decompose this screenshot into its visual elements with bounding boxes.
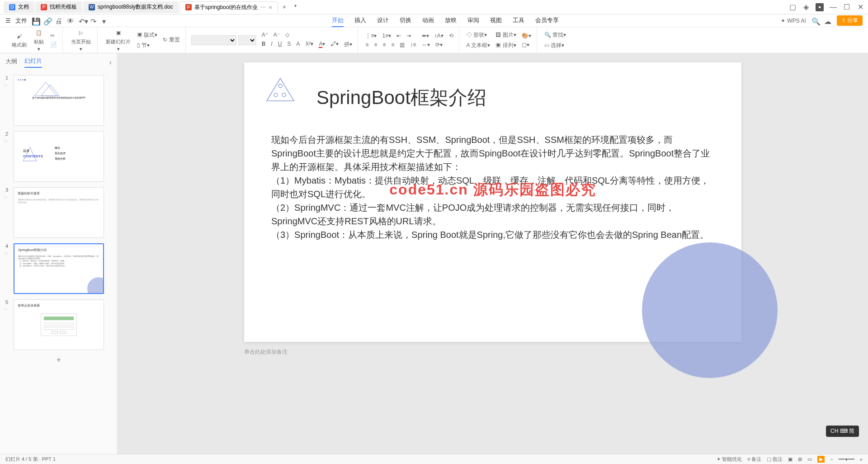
file-menu[interactable]: 文件 [15,17,27,25]
view-slideshow-icon[interactable]: ▶ [817,456,825,463]
align-center-icon[interactable]: ≡ [372,41,379,49]
star-icon[interactable]: ☆ [4,251,10,256]
start-from-button[interactable]: ▷当页开始▾ [68,27,94,54]
collapse-icon[interactable]: ‹ [109,58,112,66]
status-notes-button[interactable]: ≡ 备注 [747,456,761,463]
avatar-icon[interactable]: ▪ [816,3,824,11]
find-button[interactable]: 🔍 查找▾ [542,30,568,40]
zoom-slider[interactable]: ━━●━━ [839,456,854,462]
align-left-icon[interactable]: ≡ [363,41,370,49]
decrease-font-icon[interactable]: A⁻ [272,31,282,39]
increase-font-icon[interactable]: A⁺ [260,31,270,39]
slide-thumbnail-4-active[interactable]: SpringBoot框架介绍 现如今后台开源框架主流的有SSH、SSM、Spri… [14,243,104,294]
font-size-select[interactable] [238,35,256,45]
window-icon[interactable]: ▢ [788,3,797,11]
cloud-icon[interactable]: ☁ [824,17,831,24]
status-comments-button[interactable]: ▢ 批注 [767,456,783,463]
strikethrough-icon[interactable]: S [285,40,292,49]
tab-menu-icon[interactable]: ⋯ [260,4,266,10]
slide-thumbnail-2[interactable]: 目录 CONTENTS 绪论相关技术系统分析 [14,131,104,182]
convert-icon[interactable]: ⟲ [447,32,455,40]
ribbon-tab-start[interactable]: 开始 [332,14,344,27]
fill-icon[interactable]: 🎨▾ [520,32,533,40]
add-tab-button[interactable]: + [279,1,290,13]
font-color-icon[interactable]: A▾ [317,40,327,49]
more-icon[interactable]: ▾ [102,17,109,24]
ribbon-tab-review[interactable]: 审阅 [467,14,479,27]
italic-icon[interactable]: I [269,40,274,49]
pinyin-icon[interactable]: 拼▾ [342,40,354,49]
numbering-icon[interactable]: 1≡▾ [380,32,393,40]
wps-ai-button[interactable]: ✦ WPS AI [781,18,806,24]
zoom-in-icon[interactable]: + [860,457,863,462]
sidebar-tab-slides[interactable]: 幻灯片 [24,57,42,68]
text-direction-icon[interactable]: ⬌▾ [420,32,431,40]
align-justify-icon[interactable]: ≡ [389,41,396,49]
slide-canvas[interactable]: SpringBoot框架介绍 现如今后台开源框架主流的有SSH、SSM、Spri… [118,53,868,454]
tab-template[interactable]: P 找稻壳模板 [35,1,82,13]
clear-format-icon[interactable]: ◇ [283,31,291,39]
maximize-icon[interactable]: ☐ [843,3,851,11]
section-button[interactable]: ▯ 节▾ [135,41,159,50]
new-slide-button[interactable]: ▣新建幻灯片▾ [103,27,133,54]
cut-icon[interactable]: ✂ [48,32,59,40]
close-window-icon[interactable]: ✕ [856,3,864,11]
align-right-icon[interactable]: ≡ [381,41,387,49]
save-icon[interactable]: 💾 [32,17,39,24]
ribbon-tab-design[interactable]: 设计 [377,14,389,27]
spacing-icon[interactable]: ↔▾ [420,41,432,49]
slide-title[interactable]: SpringBoot框架介绍 [316,85,714,110]
view-normal-icon[interactable]: ▣ [788,456,793,462]
ribbon-tab-transition[interactable]: 切换 [400,14,411,27]
select-button[interactable]: ▭ 选择▾ [542,41,568,50]
shadow-icon[interactable]: A [294,40,302,49]
link-icon[interactable]: 🔗 [43,17,51,24]
arrange-button[interactable]: ▣ 排列▾ [494,41,518,50]
slide-thumbnail-5[interactable]: 管理员登录界面 [14,299,104,350]
close-icon[interactable]: ✕ [269,5,272,10]
tab-docs[interactable]: D 文档 [4,1,34,13]
copy-icon[interactable]: 📄 [48,41,59,49]
star-icon[interactable]: ☆ [4,307,10,312]
rotate-icon[interactable]: ⟳▾ [434,41,444,49]
superscript-icon[interactable]: X²▾ [303,40,315,49]
ribbon-tab-insert[interactable]: 插入 [354,14,366,27]
ime-indicator[interactable]: CH ⌨ 简 [826,426,859,437]
current-slide[interactable]: SpringBoot框架介绍 现如今后台开源框架主流的有SSH、SSM、Spri… [244,62,741,342]
undo-icon[interactable]: ↶▾ [79,17,86,24]
zoom-out-icon[interactable]: − [830,457,833,462]
ribbon-tab-view[interactable]: 视图 [490,14,502,27]
sidebar-tab-outline[interactable]: 大纲 [5,57,17,67]
ribbon-tab-member[interactable]: 会员专享 [535,14,559,27]
minimize-icon[interactable]: — [829,3,837,11]
increase-indent-icon[interactable]: ⇥ [405,32,413,40]
cube-icon[interactable]: ◈ [802,3,810,11]
tab-menu-dropdown[interactable]: ▾ [291,1,300,13]
format-painter-button[interactable]: 🖌格式刷 [9,30,29,50]
font-family-select[interactable] [191,35,236,45]
print-icon[interactable]: 🖨 [55,17,62,24]
line-spacing-icon[interactable]: ↕≡ [408,41,418,49]
preview-icon[interactable]: 👁 [67,17,74,24]
picture-button[interactable]: 🖼 图片▾ [494,30,518,40]
reset-button[interactable]: ↻ 重置 [161,35,181,45]
star-icon[interactable]: ☆ [4,138,10,143]
star-icon[interactable]: ☆ [4,82,10,87]
search-icon[interactable]: 🔍 [811,17,819,24]
share-button[interactable]: ⇪ 分享 [837,15,863,26]
columns-icon[interactable]: ▥ [398,41,406,49]
slide-thumbnail-1[interactable]: 基于springboot的在线作业管理系统的设计与实现PPT [14,75,104,126]
hamburger-icon[interactable]: ☰ [5,17,11,24]
tab-ppt-active[interactable]: P 基于springboot的在线作业 ⋯ ✕ [179,1,278,13]
view-reading-icon[interactable]: ▭ [807,456,812,462]
tab-word-doc[interactable]: W springboot88sly数据库文档.doc [83,1,179,13]
view-sorter-icon[interactable]: ⊞ [798,456,802,462]
vertical-align-icon[interactable]: ↕A▾ [433,32,445,40]
bullets-icon[interactable]: ⋮≡▾ [363,32,378,40]
ribbon-tab-animation[interactable]: 动画 [422,14,434,27]
decrease-indent-icon[interactable]: ⇤ [395,32,403,40]
paste-button[interactable]: 📋粘贴▾ [31,27,47,54]
ribbon-tab-slideshow[interactable]: 放映 [445,14,457,27]
status-smart-button[interactable]: ✦ 智能优化 [717,456,742,463]
slide-thumbnail-3[interactable]: 课题的研究背景 课题研究背景内容文本示例描述段落。课题研究背景内容文本示例描述段… [14,187,104,238]
